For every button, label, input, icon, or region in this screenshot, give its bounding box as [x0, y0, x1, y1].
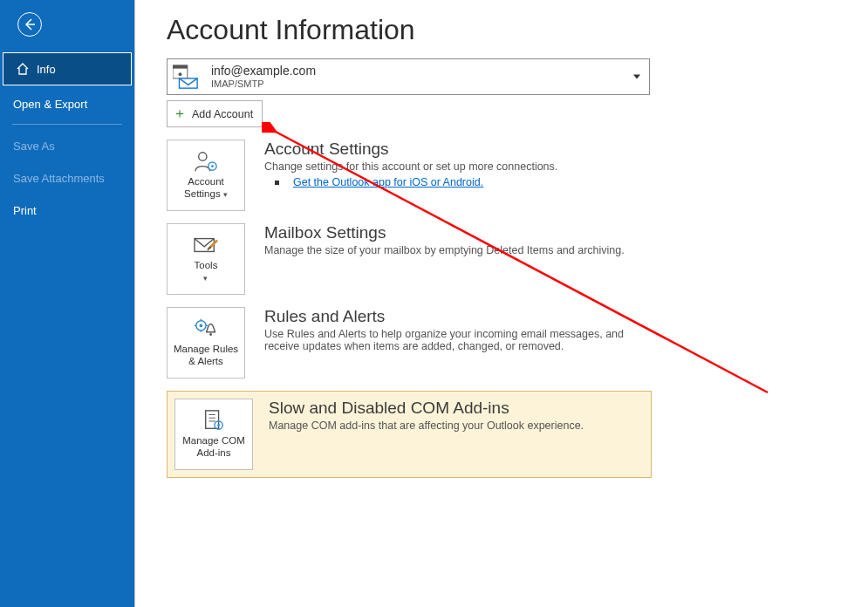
account-settings-tile[interactable]: Account Settings ▾: [167, 140, 245, 211]
add-account-label: Add Account: [192, 108, 253, 120]
section-rules: Manage Rules & Alerts Rules and Alerts U…: [167, 307, 868, 379]
account-selector[interactable]: info@example.com IMAP/SMTP: [167, 58, 650, 95]
outlook-app-link[interactable]: Get the Outlook app for iOS or Android.: [293, 176, 483, 188]
rules-alerts-tile[interactable]: Manage Rules & Alerts: [167, 307, 245, 379]
nav-divider: [12, 124, 122, 125]
nav-open-export[interactable]: Open & Export: [0, 88, 134, 120]
svg-point-5: [199, 153, 207, 160]
svg-point-7: [211, 165, 214, 167]
dropdown-arrow-icon: [633, 75, 640, 79]
com-addins-tile[interactable]: Manage COM Add-ins: [174, 399, 253, 470]
svg-rect-12: [206, 411, 219, 428]
section-account-settings: Account Settings ▾ Account Settings Chan…: [167, 140, 868, 211]
nav-save-attachments: Save Attachments: [0, 162, 134, 194]
section-desc: Manage the size of your mailbox by empty…: [264, 244, 833, 256]
add-account-button[interactable]: ＋ Add Account: [167, 100, 263, 127]
nav-label: Info: [37, 63, 56, 76]
account-text: info@example.com IMAP/SMTP: [211, 65, 316, 88]
svg-point-11: [209, 333, 212, 336]
main-content: Account Information info@example.com IMA…: [135, 0, 868, 607]
mailbox-tools-icon: [193, 234, 219, 256]
chevron-down-icon: ▾: [203, 274, 208, 283]
account-icon: [173, 64, 199, 90]
section-title: Rules and Alerts: [264, 307, 833, 326]
tile-label: Manage Rules & Alerts: [171, 344, 241, 368]
rules-bell-icon: [193, 317, 219, 340]
section-title: Account Settings: [264, 140, 833, 159]
addins-icon: [201, 409, 227, 432]
svg-point-10: [200, 324, 203, 328]
back-button[interactable]: [17, 12, 42, 37]
nav-print[interactable]: Print: [0, 194, 134, 227]
tools-tile[interactable]: Tools▾: [167, 223, 245, 295]
svg-rect-2: [173, 65, 188, 69]
nav-label: Save Attachments: [13, 172, 105, 185]
tile-label: Manage COM Add-ins: [179, 435, 249, 460]
back-arrow-icon: [23, 17, 37, 31]
svg-point-3: [179, 72, 182, 76]
nav-label: Print: [13, 204, 37, 217]
bullet-icon: [275, 181, 279, 185]
account-protocol: IMAP/SMTP: [211, 78, 316, 89]
home-icon: [16, 62, 30, 76]
account-email: info@example.com: [211, 65, 316, 78]
chevron-down-icon: ▾: [223, 190, 228, 199]
nav-label: Save As: [13, 140, 55, 153]
nav-label: Open & Export: [13, 98, 87, 111]
nav-info[interactable]: Info: [3, 52, 132, 85]
nav-save-as: Save As: [0, 130, 134, 162]
tile-label: Account Settings: [184, 176, 224, 199]
section-addins: Manage COM Add-ins Slow and Disabled COM…: [167, 391, 652, 478]
section-desc: Manage COM add-ins that are affecting yo…: [269, 419, 609, 432]
section-title: Slow and Disabled COM Add-ins: [269, 399, 609, 418]
person-gear-icon: [193, 150, 219, 173]
section-title: Mailbox Settings: [264, 223, 833, 242]
svg-point-17: [217, 424, 220, 426]
page-title: Account Information: [167, 14, 868, 46]
tile-label: Tools: [195, 260, 218, 270]
section-desc: Change settings for this account or set …: [264, 160, 833, 173]
section-desc: Use Rules and Alerts to help organize yo…: [264, 328, 639, 352]
section-mailbox: Tools▾ Mailbox Settings Manage the size …: [167, 223, 868, 295]
backstage-sidebar: Info Open & Export Save As Save Attachme…: [0, 0, 135, 607]
plus-icon: ＋: [173, 105, 187, 123]
